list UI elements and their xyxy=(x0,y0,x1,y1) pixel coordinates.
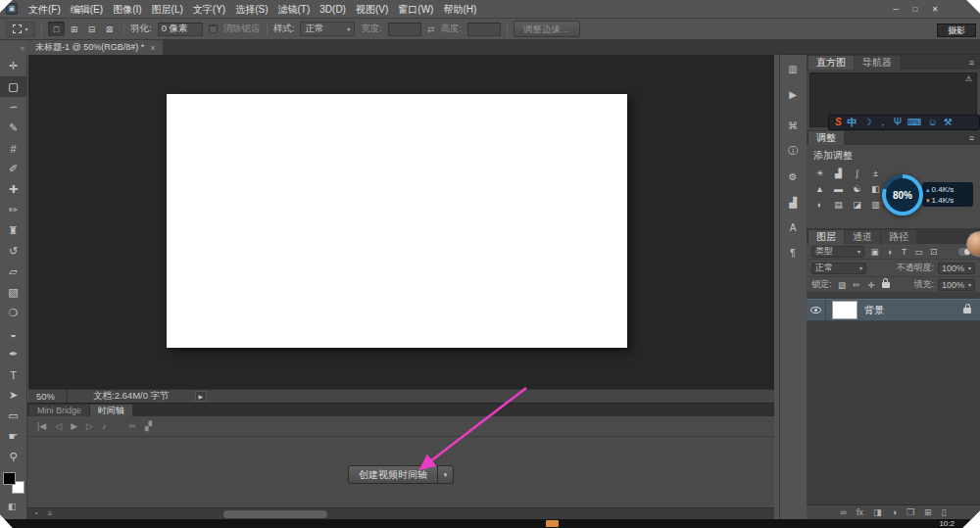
new-group-icon[interactable]: ❒ xyxy=(906,507,914,517)
menu-item[interactable]: 图层(L) xyxy=(147,1,188,18)
menu-item[interactable]: 窗口(W) xyxy=(393,1,438,18)
layer-thumbnail[interactable] xyxy=(832,301,858,319)
rectangular-marquee-tool[interactable]: ▢ xyxy=(0,76,27,97)
split-button[interactable]: ✂ xyxy=(129,422,137,431)
healing-brush-tool[interactable]: ✚ xyxy=(0,179,27,200)
audio-button[interactable]: ♪ xyxy=(102,422,107,431)
levels-icon[interactable]: ▟ xyxy=(830,167,847,180)
tab-layers[interactable]: 图层 xyxy=(808,230,844,244)
actions-panel-icon[interactable]: ▶ xyxy=(784,87,802,101)
color-swatches[interactable] xyxy=(3,472,24,494)
brush-tool[interactable]: ✏ xyxy=(0,200,27,220)
filter-type-layers-icon[interactable]: T xyxy=(898,246,910,258)
timeline-clock-icon[interactable]: ◔ xyxy=(33,509,38,519)
previous-frame-button[interactable]: ◁ xyxy=(55,422,62,431)
status-expand-icon[interactable]: ▶ xyxy=(195,391,208,402)
lock-pixels-icon[interactable]: ✏ xyxy=(851,279,863,291)
quick-selection-tool[interactable]: ✎ xyxy=(0,118,27,138)
eyedropper-tool[interactable]: ✐ xyxy=(0,159,27,179)
tool-preset-picker[interactable]: ▾ xyxy=(6,22,35,37)
gradient-tool[interactable]: ▧ xyxy=(0,282,27,303)
timeline-scrollbar-thumb[interactable] xyxy=(223,510,327,518)
swap-dimensions-icon[interactable]: ⇄ xyxy=(427,24,435,34)
taskbar-app-icon[interactable] xyxy=(546,520,559,527)
panel-menu-icon[interactable]: ≡ xyxy=(963,58,980,68)
exposure-icon[interactable]: ± xyxy=(867,167,884,180)
fill-select[interactable]: 100% ▾ xyxy=(938,279,975,291)
blur-tool[interactable]: ❍ xyxy=(0,303,27,323)
curves-icon[interactable]: ∫ xyxy=(849,167,865,180)
filter-pixel-layers-icon[interactable]: ▣ xyxy=(868,246,881,258)
mini-bridge-panel-icon[interactable]: ▥ xyxy=(784,62,802,75)
lasso-tool[interactable]: ∽ xyxy=(0,97,27,118)
eraser-tool[interactable]: ▱ xyxy=(0,262,27,282)
layer-filter-kind-select[interactable]: 类型 ▾ xyxy=(811,246,864,258)
properties-panel-icon[interactable]: ⚙ xyxy=(784,169,802,183)
menu-item[interactable]: 选择(S) xyxy=(230,1,272,18)
crop-tool[interactable]: # xyxy=(0,138,27,159)
menu-item[interactable]: 视图(V) xyxy=(351,1,393,18)
ime-mic-icon[interactable]: Ψ xyxy=(894,118,902,127)
add-mask-icon[interactable]: ◨ xyxy=(873,507,882,517)
character-panel-icon[interactable]: A xyxy=(784,220,802,234)
ime-toolbox-icon[interactable]: ⚒ xyxy=(944,118,953,127)
tab-mini-bridge[interactable]: Mini Bridge xyxy=(29,405,89,416)
filter-shape-layers-icon[interactable]: ▭ xyxy=(912,246,925,258)
foreground-color-swatch[interactable] xyxy=(3,472,16,485)
path-selection-tool[interactable]: ➤ xyxy=(0,385,27,406)
menu-item[interactable]: 编辑(E) xyxy=(66,1,108,18)
new-adjustment-icon[interactable]: ◑ xyxy=(891,507,896,517)
create-timeline-dropdown[interactable]: ▼ xyxy=(438,465,454,484)
menu-item[interactable]: 文件(F) xyxy=(24,1,66,18)
hand-tool[interactable]: ☛ xyxy=(0,426,27,447)
anti-alias-checkbox[interactable] xyxy=(209,24,218,33)
histogram-warning-icon[interactable]: ⚠ xyxy=(965,74,972,83)
refine-edge-button[interactable]: 调整边缘… xyxy=(514,21,580,37)
transition-button[interactable]: ▞ xyxy=(145,422,152,431)
lock-position-icon[interactable]: ✛ xyxy=(865,279,878,291)
layer-style-icon[interactable]: fx xyxy=(857,507,863,517)
ime-chinese-toggle[interactable]: 中 xyxy=(848,118,858,127)
play-button[interactable]: ▶ xyxy=(71,422,77,431)
create-video-timeline-button[interactable]: 创建视频时间轴 xyxy=(348,465,438,484)
lock-all-icon[interactable] xyxy=(882,282,890,288)
tools-panel-collapse[interactable]: » xyxy=(0,40,27,56)
dodge-tool[interactable]: ◒ xyxy=(0,323,27,344)
new-selection-icon[interactable]: □ xyxy=(48,22,65,36)
opacity-select[interactable]: 100% ▾ xyxy=(938,263,975,274)
menu-item[interactable]: 3D(D) xyxy=(315,1,351,18)
new-layer-icon[interactable]: ⊞ xyxy=(924,507,932,517)
pen-tool[interactable]: ✒ xyxy=(0,344,27,364)
speed-ball-widget[interactable]: 80% xyxy=(882,174,923,216)
type-tool[interactable]: T xyxy=(0,364,27,385)
paragraph-panel-icon[interactable]: ¶ xyxy=(784,246,802,260)
gradient-map-icon[interactable]: ▥ xyxy=(867,198,884,212)
ime-halfwidth-icon[interactable]: ☽ xyxy=(863,118,872,127)
menu-item[interactable]: 帮助(H) xyxy=(438,1,481,18)
brightness-contrast-icon[interactable]: ☀ xyxy=(811,167,828,180)
zoom-level-field[interactable]: 50% xyxy=(28,390,68,403)
document-canvas[interactable] xyxy=(167,94,627,348)
tab-histogram[interactable]: 直方图 xyxy=(808,56,854,70)
link-layers-icon[interactable]: ∞ xyxy=(841,507,847,517)
vibrance-icon[interactable]: ▲ xyxy=(811,182,828,196)
clone-stamp-tool[interactable]: ♜ xyxy=(0,220,27,241)
info-panel-icon[interactable]: ⓘ xyxy=(784,144,802,158)
ime-punctuation-icon[interactable]: ， xyxy=(878,118,888,127)
first-frame-button[interactable]: |◀ xyxy=(37,422,46,431)
menu-item[interactable]: 滤镜(T) xyxy=(273,1,316,18)
screen-capture-overlay[interactable]: 摄影 xyxy=(937,24,976,37)
panel-menu-icon[interactable]: ≡ xyxy=(963,133,980,143)
posterize-icon[interactable]: ▤ xyxy=(830,198,847,212)
hue-saturation-icon[interactable]: ▬ xyxy=(830,182,847,196)
style-select[interactable]: 正常 ▾ xyxy=(300,22,355,36)
height-input[interactable] xyxy=(467,23,501,36)
move-tool[interactable]: ✛ xyxy=(0,56,27,76)
close-button[interactable]: ✕ xyxy=(927,3,943,16)
delete-layer-icon[interactable]: ▯ xyxy=(942,507,947,517)
invert-icon[interactable]: ◐ xyxy=(811,198,828,212)
clone-source-panel-icon[interactable]: ⌘ xyxy=(784,119,802,132)
menu-item[interactable]: 文字(Y) xyxy=(188,1,230,18)
menu-item[interactable]: 图像(I) xyxy=(108,1,146,18)
color-balance-icon[interactable]: ☯ xyxy=(849,182,865,196)
